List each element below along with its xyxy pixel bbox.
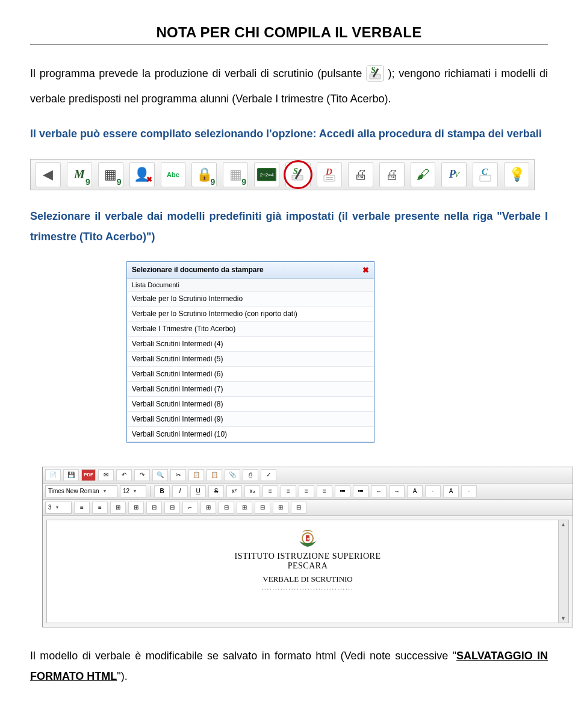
rte-button[interactable]: ≔ [353,485,368,497]
rte-button[interactable]: x₂ [244,485,260,497]
board-icon[interactable]: 2+2=4 [254,162,279,187]
dialog-header: Selezionare il documento da stampare ✖ [127,262,374,279]
rte-button[interactable]: ⊞ [110,502,126,514]
c-doc-icon[interactable]: C [473,162,498,187]
rte-toolbar-row2: Times New Roman12BIUSx²x₂≡≡≡≡≔≔←→A·A· [43,484,573,500]
document-list-row[interactable]: Verbali Scrutini Intermedi (5) [127,352,374,367]
rte-button[interactable]: 📄 [45,469,61,481]
document-list-row[interactable]: Verbali Scrutini Intermedi (10) [127,427,374,442]
doc-dots: .................................. [47,584,568,591]
rte-button[interactable]: → [389,485,405,497]
rich-text-editor: 📄💾PDF✉↶↷🔍✂📋📋📎⎙✓ Times New Roman12BIUSx²x… [42,467,573,627]
rte-button[interactable]: ⊟ [146,502,162,514]
m-icon[interactable]: M9 [67,162,92,187]
font-family-select[interactable]: Times New Roman [45,485,117,497]
rte-button[interactable]: 📎 [225,469,240,481]
document-list-row[interactable]: Verbale I Trimestre (Tito Acerbo) [127,322,374,337]
badge-number: 9 [241,177,246,187]
rte-button[interactable]: ≡ [299,485,314,497]
rte-button[interactable]: · [425,485,441,497]
doc-heading-2: PESCARA [47,561,568,571]
rte-button[interactable]: ✉ [98,469,114,481]
grid2-icon[interactable]: ▦9 [223,162,248,187]
paragraph-1: Il programma prevede la produzione di ve… [30,63,548,109]
rte-button[interactable]: ⎙ [243,469,258,481]
rte-button[interactable]: ≡ [281,485,296,497]
svg-rect-8 [292,175,303,180]
para1-text-a: Il programma prevede la produzione di ve… [30,67,366,79]
rte-button[interactable]: A [443,485,459,497]
rte-button[interactable]: x² [226,485,242,497]
brush-icon[interactable]: 🖌 [411,162,436,187]
rte-button[interactable]: ⊞ [200,502,216,514]
lock-icon[interactable]: 🔒9 [191,162,217,187]
rte-button[interactable]: ≡ [92,502,108,514]
rte-button[interactable]: ≡ [317,485,332,497]
rte-button[interactable]: ≔ [335,485,350,497]
page-title: NOTA PER CHI COMPILA IL VERBALE [30,24,548,41]
svg-text:★: ★ [306,537,309,541]
rte-button[interactable]: ⊞ [128,502,144,514]
document-list-row[interactable]: Verbali Scrutini Intermedi (7) [127,382,374,397]
rte-button[interactable]: S [208,485,224,497]
badge-number: 9 [85,177,90,187]
document-list-row[interactable]: Verbale per lo Scrutinio Intermedio [127,291,374,306]
document-list-row[interactable]: Verbali Scrutini Intermedi (9) [127,412,374,427]
rte-button[interactable]: ≡ [74,502,90,514]
rte-button[interactable]: 📋 [207,469,222,481]
paragraph-4: Il modello di verbale è modificabile se … [30,646,548,686]
rte-button[interactable]: ⊞ [237,502,252,514]
rte-button[interactable]: ⊟ [291,502,306,514]
print-icon[interactable]: 🖨 [348,162,373,187]
rte-button[interactable]: ⊟ [164,502,180,514]
user-remove-icon[interactable]: 👤✖ [129,162,155,187]
document-list-row[interactable]: Verbali Scrutini Intermedi (4) [127,337,374,352]
document-list-row[interactable]: Verbale per lo Scrutinio Intermedio (con… [127,306,374,322]
vertical-scrollbar[interactable] [558,520,568,623]
paragraph-3: Selezionare il verbale dai modelli prede… [30,206,548,247]
doc-heading-1: ISTITUTO ISTRUZIONE SUPERIORE [47,552,568,561]
rte-button[interactable]: PDF [81,469,96,481]
svg-line-9 [296,169,301,179]
rte-toolbar-row1: 📄💾PDF✉↶↷🔍✂📋📋📎⎙✓ [43,467,573,484]
close-icon[interactable]: ✖ [362,266,369,275]
dialog-subtitle: Lista Documenti [127,279,374,291]
rte-button[interactable]: ⌐ [182,502,198,514]
rte-button[interactable]: ⊟ [219,502,234,514]
rte-button[interactable]: U [190,485,206,497]
d-doc-icon[interactable]: D [317,162,342,187]
rte-button[interactable]: · [461,485,477,497]
svg-text:2+2=4: 2+2=4 [260,172,274,178]
rte-button[interactable]: 💾 [63,469,79,481]
rte-button[interactable]: ⊞ [273,502,288,514]
rte-button[interactable]: 🔍 [152,469,168,481]
rte-button[interactable]: ✓ [261,469,276,481]
para4-text-a: Il modello di verbale è modificabile se … [30,650,456,662]
font-size-select[interactable]: 12 [120,485,146,497]
rte-button[interactable]: ⊟ [255,502,270,514]
rte-button[interactable]: I [172,485,188,497]
zoom-select[interactable]: 3 [45,502,72,514]
svg-text:S: S [293,167,298,176]
rte-toolbar-row3: 3≡≡⊞⊞⊟⊟⌐⊞⊟⊞⊟⊞⊟ [43,500,573,516]
document-list-row[interactable]: Verbali Scrutini Intermedi (6) [127,367,374,382]
rte-button[interactable]: ↷ [134,469,150,481]
document-list-row[interactable]: Verbali Scrutini Intermedi (8) [127,397,374,412]
rte-button[interactable]: A [407,485,423,497]
bulb-icon[interactable]: 💡 [504,162,529,187]
badge-number: 9 [210,177,215,187]
back-icon[interactable]: ◀ [36,162,61,187]
grid-icon[interactable]: ▦9 [98,162,123,187]
rte-button[interactable]: ✂ [170,469,186,481]
pv-icon[interactable]: PV [441,162,467,187]
s-pen-icon[interactable]: S [285,162,311,187]
abc-icon[interactable]: Abc [161,162,186,187]
badge-number: 9 [117,177,122,187]
rte-button[interactable]: 📋 [188,469,204,481]
rte-canvas[interactable]: ★ ISTITUTO ISTRUZIONE SUPERIORE PESCARA … [46,520,569,623]
rte-button[interactable]: ← [371,485,387,497]
print2-icon[interactable]: 🖨 [379,162,405,187]
rte-button[interactable]: ≡ [263,485,278,497]
rte-button[interactable]: B [154,485,170,497]
rte-button[interactable]: ↶ [116,469,132,481]
